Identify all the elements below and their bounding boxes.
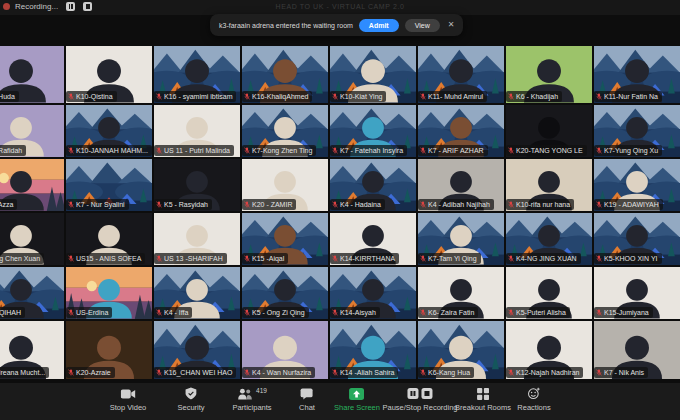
video-tile[interactable]: K20-TANG YONG LE [506,105,592,157]
video-tile[interactable]: K14-KIRRTHANA [330,213,416,265]
stop-recording-button[interactable] [83,2,92,11]
muted-mic-icon [508,147,514,154]
video-tile[interactable]: K4 - Wan Nurfazira [242,321,328,379]
stop-icon[interactable] [422,388,433,399]
participant-name: K11- Muhd Amirul [428,93,483,100]
video-tile[interactable]: K10-rifa nur hana [506,159,592,211]
video-tile[interactable]: 1 - Huda [0,46,64,103]
video-tile[interactable]: US-Erdina [66,267,152,319]
participant-name: K16 - syamimi ibtisam [164,93,232,100]
participant-name: US 11 - Putri Malinda [164,147,230,154]
breakout-rooms-button[interactable]: Breakout Rooms [455,387,511,412]
video-tile[interactable]: K5 - Rasyidah [154,159,240,211]
participant-name-label: US 11 - Putri Malinda [154,145,234,156]
participant-name-label: K10-rifa nur hana [506,199,574,210]
participant-name: K4 - Adibah Najihah [428,201,490,208]
muted-mic-icon [156,309,162,316]
video-tile[interactable]: K7 - Fatehah Insyira [330,105,416,157]
participant-name: K10-Qistina [76,93,113,100]
admit-button[interactable]: Admit [359,19,399,32]
video-tile[interactable]: US 13 -SHARIFAH [154,213,240,265]
recording-indicator: Recording... [3,2,92,11]
muted-mic-icon [508,93,514,100]
record-label: Pause/Stop Recording [382,403,457,412]
participant-name-label: US 13 -SHARIFAH [154,253,227,264]
participant-name: K10-Kiat Ying [340,93,382,100]
video-tile[interactable]: K20 - ZAMIR [242,159,328,211]
video-tile[interactable]: 7 - Azza [0,159,64,211]
video-tile[interactable]: K11-Nur Fatin Na [594,46,680,103]
participant-name: K14-KIRRTHANA [340,255,395,262]
participant-name-label: K15 -Aiqal [242,253,288,264]
pause-recording-button[interactable] [66,2,75,11]
video-tile[interactable]: K7 - Nur Syalini [66,159,152,211]
participant-name: 7 - Azza [0,201,13,208]
participant-name: K20-TANG YONG LE [516,147,583,154]
video-tile[interactable]: K15 -Aiqal [242,213,328,265]
participant-name: K7 - Nur Syalini [76,201,125,208]
muted-mic-icon [68,147,74,154]
video-tile[interactable]: K10-JANNAH MAHM... [66,105,152,157]
muted-mic-icon [420,147,426,154]
muted-mic-icon [508,369,514,376]
video-tile[interactable]: K7 - Nik Anis [594,321,680,379]
video-tile[interactable]: K4-NG JING XUAN [506,213,592,265]
recording-dot-icon [3,3,10,10]
video-tile[interactable]: K19 - ADAWIYAH [594,159,680,211]
participant-name: Andreana Mucht... [0,369,45,376]
video-tile[interactable]: US15 - ANIS SOFEA [66,213,152,265]
video-tile[interactable]: K15-Jumiyana [594,267,680,319]
muted-mic-icon [156,201,162,208]
video-tile[interactable]: K6 - Khadijah [506,46,592,103]
video-tile[interactable]: K7-Kong Zhen Ting [242,105,328,157]
video-tile[interactable]: K5-KHOO XIN YI [594,213,680,265]
video-tile[interactable]: K10-Qistina [66,46,152,103]
video-tile[interactable]: 7 - Rafidah [0,105,64,157]
pause-stop-recording-button[interactable]: Pause/Stop Recording [382,387,457,412]
video-tile[interactable]: US 11 - Putri Malinda [154,105,240,157]
video-tile[interactable]: K16_CHAN WEI HAO [154,321,240,379]
participant-name: K5 - Rasyidah [164,201,208,208]
participant-name: K14 -Aliah Sahira [340,369,394,376]
stop-video-button[interactable]: Stop Video [110,387,147,412]
participant-name-label: K7 - Nur Syalini [66,199,129,210]
participant-name-label: 1 - Huda [0,91,19,102]
video-tile[interactable]: K5 - Ong Zi Qing [242,267,328,319]
muted-mic-icon [156,147,162,154]
participants-button[interactable]: 419 Participants [232,387,271,412]
video-tile[interactable]: -FAQIHAH [0,267,64,319]
video-tile[interactable]: K7-Yung Qing Xu [594,105,680,157]
video-tile[interactable]: K4 - Hadaina [330,159,416,211]
share-screen-button[interactable]: Share Screen [334,387,380,412]
participant-name-label: K4 - Wan Nurfazira [242,367,315,378]
video-tile[interactable]: K4 - Iffa [154,267,240,319]
video-tile[interactable]: K5-Puteri Alisha [506,267,592,319]
video-tile[interactable]: K14-Aisyah [330,267,416,319]
chat-button[interactable]: Chat [299,387,315,412]
reactions-button[interactable]: Reactions [517,387,550,412]
muted-mic-icon [420,255,426,262]
chat-label: Chat [299,403,315,412]
participant-name: K7 - Fatehah Insyira [340,147,403,154]
video-tile[interactable]: K6- Zaira Fatin [418,267,504,319]
view-button[interactable]: View [405,19,440,32]
video-tile[interactable]: 3-Ng Chen Xuan [0,213,64,265]
pause-icon[interactable] [408,388,419,399]
muted-mic-icon [244,255,250,262]
video-tile[interactable]: K14 -Aliah Sahira [330,321,416,379]
video-tile[interactable]: K20-Azraie [66,321,152,379]
video-tile[interactable]: K12-Najah Nadhiran [506,321,592,379]
video-tile[interactable]: K6-Kang Hua [418,321,504,379]
video-tile[interactable]: K4 - Adibah Najihah [418,159,504,211]
video-tile[interactable]: Andreana Mucht... [0,321,64,379]
participant-name-label: K7-Tam Yi Qing [418,253,481,264]
video-tile[interactable]: K11- Muhd Amirul [418,46,504,103]
video-tile[interactable]: K7 - ARIF AZHAR [418,105,504,157]
video-tile[interactable]: K7-Tam Yi Qing [418,213,504,265]
video-tile[interactable]: K10-Kiat Ying [330,46,416,103]
participant-name-label: US15 - ANIS SOFEA [66,253,145,264]
video-tile[interactable]: K16-KhaliqAhmed [242,46,328,103]
close-icon[interactable]: ✕ [448,21,455,29]
video-tile[interactable]: K16 - syamimi ibtisam [154,46,240,103]
security-button[interactable]: Security [177,387,204,412]
